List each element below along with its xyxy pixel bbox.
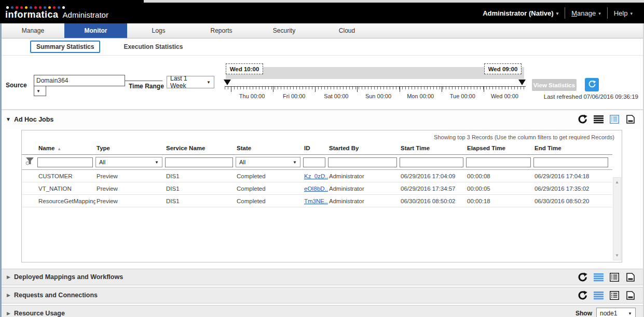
chevron-down-icon: ▾ (598, 11, 601, 16)
chevron-down-icon: ▼ (155, 160, 159, 165)
list-view-icon[interactable] (593, 290, 604, 300)
table-row[interactable]: ResourceGetMapping Preview DIS1 Complete… (22, 195, 612, 207)
app-header: informatica Administrator Administrator … (0, 3, 644, 23)
user-menu[interactable]: Administrator (Native)▾ (476, 9, 565, 17)
table-header-row: Name▲ Type Service Name State ID Started… (22, 142, 612, 155)
chevron-down-icon: ▼ (293, 160, 297, 165)
print-icon[interactable] (625, 290, 636, 300)
time-range-label: Time Range (129, 83, 164, 90)
refresh-icon[interactable] (577, 290, 587, 300)
column-header-state[interactable]: State (236, 145, 303, 151)
section-deployed-mappings[interactable]: ▶ Deployed Mappings and Workflows (2, 269, 643, 285)
logo-dots (6, 6, 108, 9)
tab-execution-statistics[interactable]: Execution Statistics (124, 43, 183, 50)
table-row[interactable]: CUSTOMER Preview DIS1 Completed Kz_0zD..… (22, 170, 612, 182)
time-range-slider: Wed 10:00 Wed 09:00 Thu 00:00 Fri 00:00 … (225, 63, 526, 105)
job-id-link[interactable]: eOI8bD... (304, 186, 328, 192)
chevron-down-icon: ▾ (630, 11, 633, 16)
tab-summary-statistics[interactable]: Summary Statistics (30, 41, 100, 53)
filter-select-type[interactable]: All▼ (95, 157, 162, 167)
time-range-select[interactable]: Last 1 Week ▼ (167, 76, 214, 88)
filter-input-end-time[interactable] (533, 157, 608, 167)
slider-end-handle[interactable] (518, 80, 526, 85)
section-requests-connections[interactable]: ▶ Requests and Connections (2, 287, 643, 303)
table-scrollbar[interactable]: ▲ ▼ (613, 177, 621, 260)
scroll-down-icon[interactable]: ▼ (615, 251, 619, 260)
adhoc-jobs-title: Ad Hoc Jobs (14, 116, 53, 123)
job-id-link[interactable]: Kz_0zD... (304, 173, 328, 179)
tab-manage[interactable]: Manage (2, 23, 64, 38)
scroll-up-icon[interactable]: ▲ (615, 178, 619, 187)
brand-name: informatica (5, 9, 59, 20)
source-label: Source (6, 82, 27, 89)
filter-input-name[interactable] (37, 157, 93, 167)
show-label: Show (576, 310, 592, 317)
filter-bar: Source ▼ Time Range Last 1 Week ▼ Wed 10… (2, 56, 643, 110)
refresh-button[interactable] (585, 78, 599, 91)
slider-major-ticks (231, 86, 526, 92)
slider-start-handle[interactable] (224, 80, 231, 85)
filter-input-id[interactable] (303, 157, 325, 167)
column-header-start-time[interactable]: Start Time (400, 145, 466, 151)
filter-select-state[interactable]: All▼ (236, 157, 300, 167)
view-statistics-button[interactable]: View Statistics (532, 79, 577, 91)
column-header-elapsed-time[interactable]: Elapsed Time (466, 145, 533, 151)
source-dropdown-button[interactable]: ▼ (34, 86, 46, 96)
column-header-id[interactable]: ID (303, 145, 328, 151)
column-header-end-time[interactable]: End Time (533, 145, 612, 151)
refresh-icon (588, 80, 596, 90)
showing-records-text: Showing top 3 Records (Use the column fi… (22, 130, 622, 142)
column-header-service-name[interactable]: Service Name (165, 145, 236, 151)
source-input[interactable] (34, 75, 125, 86)
show-node-select[interactable]: node1 ▼ (596, 308, 636, 317)
column-header-type[interactable]: Type (95, 145, 165, 151)
source-field-divider (125, 81, 162, 81)
section-resource-usage[interactable]: ▶ Resource Usage Show node1 ▼ (2, 305, 643, 317)
expand-arrow-icon: ▶ (7, 311, 10, 316)
table-filter-row: All▼ All▼ (22, 155, 612, 170)
filter-input-elapsed-time[interactable] (466, 157, 531, 167)
last-refreshed-text: Last refreshed 07/06/2016 09:36:19 (544, 94, 638, 100)
refresh-icon[interactable] (577, 272, 587, 282)
filter-input-start-time[interactable] (400, 157, 463, 167)
chevron-down-icon: ▾ (556, 11, 559, 16)
slider-start-handle-label[interactable]: Wed 10:00 (226, 63, 263, 74)
column-header-started-by[interactable]: Started By (328, 145, 400, 151)
sort-ascending-icon: ▲ (57, 147, 61, 151)
logo: informatica Administrator (5, 6, 108, 20)
chevron-down-icon: ▼ (207, 80, 211, 85)
slider-tick-labels: Thu 00:00 Fri 00:00 Sat 00:00 Sun 00:00 … (231, 93, 526, 99)
table-row[interactable]: VT_NATION Preview DIS1 Completed eOI8bD.… (22, 182, 612, 195)
refresh-icon[interactable] (577, 114, 587, 124)
tab-logs[interactable]: Logs (127, 23, 190, 38)
tab-reports[interactable]: Reports (190, 23, 253, 38)
product-name: Administrator (63, 10, 108, 19)
adhoc-jobs-section-header[interactable]: ▼ Ad Hoc Jobs (2, 110, 643, 128)
tab-monitor[interactable]: Monitor (64, 23, 127, 38)
list-view-icon[interactable] (593, 114, 604, 124)
browser-edge-strip (0, 0, 644, 3)
filter-input-started-by[interactable] (328, 157, 397, 167)
job-id-link[interactable]: Tm3NE... (304, 198, 328, 204)
expand-arrow-icon: ▶ (7, 274, 10, 280)
manage-menu[interactable]: Manage▾ (565, 9, 607, 17)
slider-selected-range[interactable] (226, 67, 524, 79)
expand-arrow-icon: ▶ (7, 293, 10, 298)
print-icon[interactable] (625, 272, 636, 282)
print-icon[interactable] (625, 114, 636, 124)
main-tab-bar: Manage Monitor Logs Reports Security Clo… (2, 23, 643, 38)
help-menu[interactable]: Help▾ (608, 9, 639, 17)
details-view-icon[interactable] (609, 114, 620, 124)
tab-cloud[interactable]: Cloud (316, 23, 378, 38)
chevron-down-icon: ▼ (36, 89, 40, 94)
slider-end-handle-label[interactable]: Wed 09:00 (484, 63, 522, 74)
details-view-icon[interactable] (609, 272, 620, 282)
tab-security[interactable]: Security (253, 23, 316, 38)
chevron-down-icon: ▼ (628, 311, 632, 316)
column-header-name[interactable]: Name▲ (37, 145, 95, 151)
clear-filter-icon[interactable] (25, 157, 34, 167)
details-view-icon[interactable] (609, 290, 620, 300)
filter-input-service-name[interactable] (165, 157, 233, 167)
sub-tab-bar: Summary Statistics Execution Statistics (2, 38, 643, 56)
list-view-icon[interactable] (593, 272, 604, 282)
